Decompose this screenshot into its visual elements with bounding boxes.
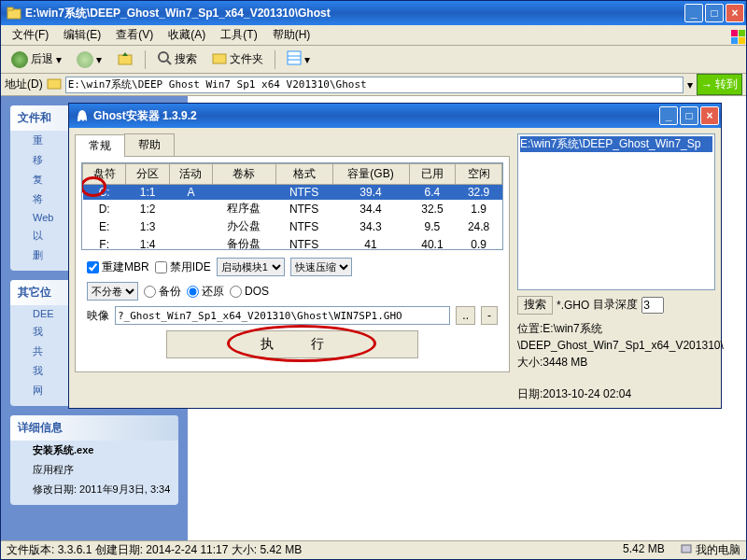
chevron-down-icon: ▾ xyxy=(304,53,310,66)
explorer-titlebar[interactable]: E:\win7系统\DEEP_Ghost_Win7_Sp1_x64_V20131… xyxy=(1,1,746,25)
svg-point-7 xyxy=(159,52,168,62)
menu-tools[interactable]: 工具(T) xyxy=(213,25,264,45)
ghost-maximize-button[interactable]: □ xyxy=(680,106,698,125)
ghost-close-button[interactable]: × xyxy=(700,106,719,125)
search-gho-button[interactable]: 搜索 xyxy=(517,296,553,315)
svg-rect-10 xyxy=(288,51,301,64)
back-button[interactable]: 后退 ▾ xyxy=(5,48,68,72)
ext-label: *.GHO xyxy=(557,299,589,312)
menu-file[interactable]: 文件(F) xyxy=(5,25,56,45)
close-button[interactable]: × xyxy=(726,4,744,22)
back-arrow-icon xyxy=(11,51,28,68)
menu-bar: 文件(F) 编辑(E) 查看(V) 收藏(A) 工具(T) 帮助(H) xyxy=(1,25,746,46)
ghost-icon xyxy=(75,108,90,123)
table-row[interactable]: C:1:1ANTFS39.46.432.9 xyxy=(83,185,502,201)
svg-rect-2 xyxy=(731,30,738,36)
address-input[interactable] xyxy=(65,77,684,93)
chevron-down-icon[interactable]: ▾ xyxy=(687,78,693,91)
table-row[interactable]: F:1:4备份盘NTFS4140.10.9 xyxy=(83,235,502,250)
image-path-input[interactable] xyxy=(115,306,450,325)
svg-rect-5 xyxy=(739,37,745,44)
col-format[interactable]: 格式 xyxy=(275,164,332,185)
windows-logo-icon xyxy=(720,25,742,46)
col-drive[interactable]: 盘符 xyxy=(83,164,126,185)
col-used[interactable]: 已用 xyxy=(409,164,456,185)
tab-content: 盘符 分区 活动 卷标 格式 容量(GB) 已用 空闲 C:1:1ANTFS39… xyxy=(75,157,510,372)
views-icon xyxy=(287,50,302,68)
chevron-down-icon: ▾ xyxy=(56,53,62,66)
select-compress[interactable]: 快速压缩 xyxy=(290,258,352,276)
svg-rect-9 xyxy=(213,54,226,63)
checkbox-rebuild-mbr[interactable]: 重建MBR xyxy=(87,259,149,275)
menu-help[interactable]: 帮助(H) xyxy=(265,25,318,45)
details-panel: 详细信息 安装系统.exe 应用程序 修改日期: 2011年9月3日, 3:34 xyxy=(10,415,178,505)
status-left: 文件版本: 3.3.6.1 创建日期: 2014-2-24 11:17 大小: … xyxy=(7,542,302,558)
forward-arrow-icon xyxy=(77,51,93,68)
maximize-button[interactable]: □ xyxy=(705,4,724,22)
execute-button[interactable]: 执 行 xyxy=(166,330,418,358)
chevron-down-icon: ▾ xyxy=(96,53,102,66)
address-label: 地址(D) xyxy=(5,77,43,92)
browse-button[interactable]: .. xyxy=(456,306,475,325)
ghost-titlebar[interactable]: Ghost安装器 1.3.9.2 _ □ × xyxy=(69,104,721,128)
goto-arrow-icon: → xyxy=(701,78,712,91)
views-button[interactable]: ▾ xyxy=(280,47,317,72)
svg-line-8 xyxy=(167,61,171,64)
select-boot-module[interactable]: 启动模块1 xyxy=(217,258,285,276)
col-part[interactable]: 分区 xyxy=(126,164,169,185)
svg-rect-4 xyxy=(731,37,738,44)
folders-button[interactable]: 文件夹 xyxy=(205,47,270,72)
radio-restore[interactable]: 还原 xyxy=(187,284,224,300)
table-row[interactable]: D:1:2程序盘NTFS34.432.51.9 xyxy=(83,200,502,217)
minus-button[interactable]: - xyxy=(481,306,498,325)
tab-help[interactable]: 帮助 xyxy=(124,133,175,156)
details-header[interactable]: 详细信息 xyxy=(10,415,178,441)
forward-button[interactable]: ▾ xyxy=(70,48,108,72)
svg-rect-3 xyxy=(739,30,745,36)
table-row[interactable]: E:1:3办公盘NTFS34.39.524.8 xyxy=(83,217,502,235)
depth-label: 目录深度 xyxy=(593,297,638,313)
radio-dos[interactable]: DOS xyxy=(230,285,269,298)
status-bar: 文件版本: 3.3.6.1 创建日期: 2014-2-24 11:17 大小: … xyxy=(1,540,746,559)
disk-table[interactable]: 盘符 分区 活动 卷标 格式 容量(GB) 已用 空闲 C:1:1ANTFS39… xyxy=(82,163,502,250)
menu-edit[interactable]: 编辑(E) xyxy=(56,25,108,45)
folder-icon xyxy=(7,6,21,21)
status-size: 5.42 MB xyxy=(623,542,665,558)
col-cap[interactable]: 容量(GB) xyxy=(332,164,409,185)
checkbox-disable-ide[interactable]: 禁用IDE xyxy=(155,259,211,275)
address-bar: 地址(D) ▾ → 转到 xyxy=(1,74,746,96)
menu-view[interactable]: 查看(V) xyxy=(108,25,161,45)
tab-normal[interactable]: 常规 xyxy=(75,134,125,157)
select-split[interactable]: 不分卷 xyxy=(87,282,138,301)
up-button[interactable] xyxy=(110,46,140,73)
folder-icon xyxy=(212,50,227,68)
image-label: 映像 xyxy=(87,308,109,324)
ghost-minimize-button[interactable]: _ xyxy=(659,106,678,125)
ghost-tabs: 常规 帮助 xyxy=(75,133,510,157)
toolbar: 后退 ▾ ▾ 搜索 文件夹 ▾ xyxy=(1,46,746,74)
list-item[interactable]: E:\win7系统\DEEP_Ghost_Win7_Sp xyxy=(520,136,712,152)
svg-rect-6 xyxy=(119,55,132,64)
col-label[interactable]: 卷标 xyxy=(213,164,275,185)
goto-button[interactable]: → 转到 xyxy=(697,74,742,95)
status-location: 我的电脑 xyxy=(680,542,740,558)
svg-rect-1 xyxy=(7,7,13,10)
ghost-title: Ghost安装器 1.3.9.2 xyxy=(93,108,659,124)
folders-label: 文件夹 xyxy=(230,51,263,67)
ghost-installer-dialog: Ghost安装器 1.3.9.2 _ □ × 常规 帮助 盘符 分区 活动 xyxy=(68,103,722,409)
gho-list[interactable]: E:\win7系统\DEEP_Ghost_Win7_Sp xyxy=(517,133,715,290)
detail-type: 应用程序 xyxy=(10,460,178,480)
search-icon xyxy=(157,50,172,68)
depth-input[interactable] xyxy=(641,297,664,314)
separator xyxy=(145,50,146,69)
col-free[interactable]: 空闲 xyxy=(456,164,502,185)
col-active[interactable]: 活动 xyxy=(169,164,212,185)
minimize-button[interactable]: _ xyxy=(684,4,703,22)
explorer-title: E:\win7系统\DEEP_Ghost_Win7_Sp1_x64_V20131… xyxy=(25,6,684,21)
separator xyxy=(275,50,275,69)
radio-backup[interactable]: 备份 xyxy=(144,284,181,300)
menu-fav[interactable]: 收藏(A) xyxy=(161,25,213,45)
search-button[interactable]: 搜索 xyxy=(150,47,204,72)
detail-name: 安装系统.exe xyxy=(10,441,178,460)
gho-info: 位置:E:\win7系统\DEEP_Ghost_Win7_Sp1_x64_V20… xyxy=(517,320,715,403)
